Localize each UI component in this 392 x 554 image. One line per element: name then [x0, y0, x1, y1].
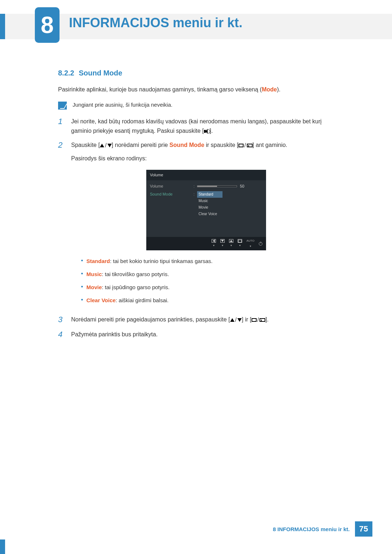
chapter-number-badge: 8: [35, 7, 60, 43]
step2-text-e: Pasirodys šis ekrano rodinys:: [71, 154, 341, 163]
up-down-icon: /: [230, 315, 242, 325]
step1-text-a: Jei norite, kad būtų rodomas klavišų vad…: [71, 118, 322, 134]
osd-body: Volume : 50 Sound Mode : Standard Music: [146, 180, 266, 237]
sound-button-icon: [204, 129, 210, 134]
osd-soundmode-row: Sound Mode : Standard Music Movie Clear …: [150, 191, 262, 217]
bullet-term: Movie: [86, 284, 102, 290]
step-number: 1: [58, 117, 64, 135]
osd-soundmode-options: Standard Music Movie Clear Voice: [197, 191, 222, 217]
osd-option-standard: Standard: [197, 191, 222, 198]
osd-screenshot: Volume Volume : 50 Sound Mode : St: [146, 170, 266, 251]
step-2: 2 Spauskite [ / ] norėdami pereiti prie …: [58, 140, 341, 310]
page-content: 8.2.2 Sound Mode Pasirinkite aplinkai, k…: [58, 69, 341, 344]
corner-bottom-accent: [0, 539, 5, 554]
osd-volume-slider: [197, 185, 237, 187]
bullet-movie: Movie: tai įspūdingo garso potyris.: [81, 283, 341, 292]
osd-nav-left-icon: ▾: [212, 239, 216, 248]
bullet-music: Music: tai tikroviško garso potyris.: [81, 270, 341, 279]
note-text: Jungiant prie ausinių, ši funkcija nevei…: [73, 102, 172, 108]
osd-separator: :: [193, 191, 197, 198]
up-down-icon: /: [100, 141, 111, 150]
step-body: Jei norite, kad būtų rodomas klavišų vad…: [71, 117, 341, 135]
step3-text-c: ].: [265, 316, 269, 323]
bullet-term: Standard: [86, 258, 110, 264]
section-title: Sound Mode: [79, 69, 122, 77]
menu-enter-icon: /: [238, 141, 252, 150]
step-3: 3 Norėdami pereiti prie pageidaujamos pa…: [58, 315, 341, 325]
osd-footer: ▾ ▾ ▾ ▾ AUTO▾: [146, 237, 266, 251]
bullet-term: Clear Voice: [86, 297, 116, 303]
step-4: 4 Pažymėta parinktis bus pritaikyta.: [58, 330, 341, 339]
intro-paragraph: Pasirinkite aplinkai, kurioje bus naudoj…: [58, 85, 341, 94]
step3-text-a: Norėdami pereiti prie pageidaujamos pari…: [71, 316, 230, 323]
note-icon: [58, 102, 67, 110]
step-number: 3: [58, 315, 64, 325]
step3-text-b: ] ir [: [242, 316, 252, 323]
bullet-desc: : tai įspūdingo garso potyris.: [102, 284, 170, 290]
mode-bullets: Standard: tai bet kokio turinio tipui ti…: [81, 257, 341, 305]
osd-soundmode-label: Sound Mode: [150, 191, 193, 198]
osd-power-icon: [259, 242, 262, 246]
intro-text-pre: Pasirinkite aplinkai, kurioje bus naudoj…: [58, 86, 262, 93]
step-number: 4: [58, 330, 64, 339]
step-1: 1 Jei norite, kad būtų rodomas klavišų v…: [58, 117, 341, 135]
bullet-desc: : tai tikroviško garso potyris.: [102, 271, 169, 277]
bullet-desc: : tai bet kokio turinio tipui tinkamas g…: [110, 258, 213, 264]
steps-list: 1 Jei norite, kad būtų rodomas klavišų v…: [58, 117, 341, 339]
section-heading: 8.2.2 Sound Mode: [58, 69, 341, 77]
osd-title: Volume: [146, 170, 266, 181]
step-body: Pažymėta parinktis bus pritaikyta.: [71, 330, 341, 339]
menu-enter-icon: /: [252, 315, 265, 325]
footer-chapter-text: 8 INFORMACIJOS meniu ir kt.: [273, 526, 355, 532]
osd-option-music: Music: [197, 198, 222, 204]
step-number: 2: [58, 140, 64, 310]
osd-nav-up-icon: ▾: [229, 239, 233, 248]
footer-page-number: 75: [355, 521, 372, 537]
osd-option-clearvoice: Clear Voice: [197, 211, 222, 217]
bullet-desc: : aiškiai girdimi balsai.: [116, 297, 169, 303]
step2-text-c: ir spauskite [: [204, 142, 238, 148]
osd-volume-row: Volume : 50: [150, 183, 262, 190]
bullet-term: Music: [86, 271, 102, 277]
osd-auto-label: AUTO▾: [246, 239, 254, 249]
osd-option-movie: Movie: [197, 204, 222, 211]
osd-volume-value: 50: [240, 183, 244, 190]
osd-nav-down-icon: ▾: [220, 239, 225, 248]
intro-text-post: ).: [277, 86, 281, 93]
step2-soundmode: Sound Mode: [170, 142, 204, 148]
step2-text-b: ] norėdami pereiti prie: [112, 142, 170, 148]
chapter-title: INFORMACIJOS meniu ir kt.: [69, 15, 242, 30]
step2-text-a: Spauskite [: [71, 142, 100, 148]
note-row: Jungiant prie ausinių, ši funkcija nevei…: [58, 102, 341, 110]
osd-volume-label: Volume: [150, 183, 193, 190]
page-footer: 8 INFORMACIJOS meniu ir kt. 75: [273, 521, 372, 537]
section-number: 8.2.2: [58, 69, 74, 77]
corner-top-accent: [0, 14, 5, 39]
osd-nav-enter-icon: ▾: [238, 239, 242, 248]
step-body: Spauskite [ / ] norėdami pereiti prie So…: [71, 140, 341, 310]
step-body: Norėdami pereiti prie pageidaujamos pari…: [71, 315, 341, 325]
step1-text-b: ].: [210, 128, 213, 134]
osd-separator: :: [193, 183, 197, 190]
step2-text-d: ] ant gaminio.: [253, 142, 287, 148]
intro-mode-word: Mode: [262, 86, 277, 93]
bullet-standard: Standard: tai bet kokio turinio tipui ti…: [81, 257, 341, 266]
bullet-clearvoice: Clear Voice: aiškiai girdimi balsai.: [81, 296, 341, 305]
osd-volume-fill: [197, 186, 217, 187]
